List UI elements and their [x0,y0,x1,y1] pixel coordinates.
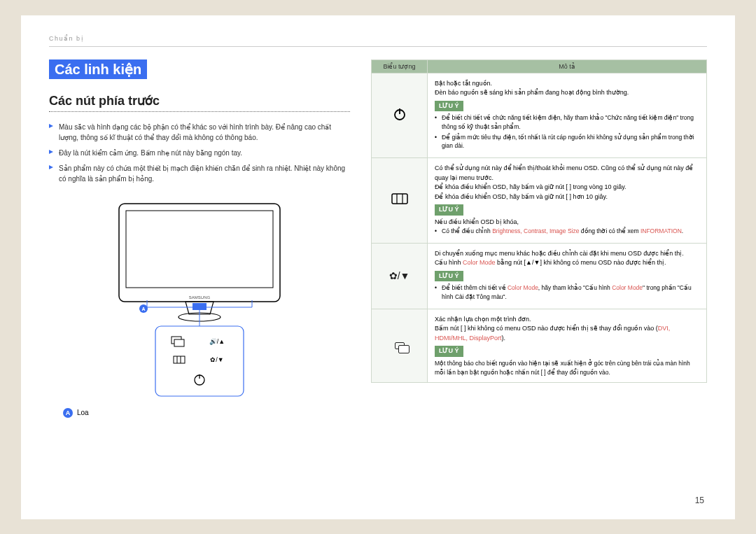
note-label: LƯU Ý [435,271,463,282]
svg-text:SAMSUNG: SAMSUNG [189,295,211,300]
table-row: Có thể sử dụng nút này để hiển thị/thoát… [372,158,707,244]
svg-rect-11 [155,326,244,396]
svg-rect-23 [392,194,407,204]
svg-text:✿/▼: ✿/▼ [210,356,223,363]
manual-page: Chuẩn bị Các linh kiện Các nút phía trướ… [21,15,735,519]
source-icon-cell [372,309,428,383]
monitor-illustration: SAMSUNG A [105,197,294,400]
icon-table: Biểu tượng Mô tả Bật [371,59,707,384]
intro-bullet: Đây là nút kiểm cảm ứng. Bấm nhẹ nút này… [49,148,350,158]
svg-rect-9 [192,303,206,310]
updown-icon-cell: ✿/▼ [372,243,428,309]
updown-icon: ✿/▼ [389,270,410,281]
menu-icon-cell [372,158,428,244]
intro-bullet: Sản phẩm này có chứa một thiết bị mạch đ… [49,163,350,184]
breadcrumb: Chuẩn bị [49,35,707,42]
note-label: LƯU Ý [435,204,463,216]
intro-bullet-list: Màu sắc và hình dạng các bộ phận có thể … [49,122,350,184]
monitor-diagram: SAMSUNG A [49,197,350,418]
left-column: Các linh kiện Các nút phía trước Màu sắc… [49,59,350,418]
table-row: Bật hoặc tắt nguồn. Đèn báo nguồn sẽ sán… [372,73,707,158]
power-icon-cell [372,73,428,158]
divider [49,46,707,47]
legend-badge-a: A [63,408,73,418]
svg-rect-1 [126,211,273,288]
svg-rect-15 [174,356,185,363]
heading-front-buttons: Các nút phía trước [49,93,350,112]
menu-desc: Có thể sử dụng nút này để hiển thị/thoát… [428,158,707,244]
note-label: LƯU Ý [435,101,463,112]
updown-desc: Di chuyển xuống mục menu khác hoặc điều … [428,243,707,309]
right-column: Biểu tượng Mô tả Bật [371,59,707,418]
power-desc: Bật hoặc tắt nguồn. Đèn báo nguồn sẽ sán… [428,73,707,158]
diagram-legend: A Loa [63,408,336,418]
source-icon [395,342,405,349]
intro-bullet: Màu sắc và hình dạng các bộ phận có thể … [49,122,350,143]
svg-rect-0 [119,204,280,302]
svg-rect-13 [174,339,184,346]
menu-icon [391,193,408,204]
heading-components: Các linh kiện [49,59,147,79]
svg-text:🔊/▲: 🔊/▲ [209,337,225,346]
table-row: Xác nhận lựa chọn một trình đơn. Bấm nút… [372,309,707,383]
table-row: ✿/▼ Di chuyển xuống mục menu khác hoặc đ… [372,243,707,309]
page-number: 15 [695,496,704,505]
legend-label: Loa [77,409,89,416]
th-icon: Biểu tượng [372,59,428,73]
power-icon [392,106,407,122]
th-desc: Mô tả [428,59,707,73]
source-desc: Xác nhận lựa chọn một trình đơn. Bấm nút… [428,309,707,383]
svg-text:A: A [141,307,145,311]
note-label: LƯU Ý [435,346,463,357]
